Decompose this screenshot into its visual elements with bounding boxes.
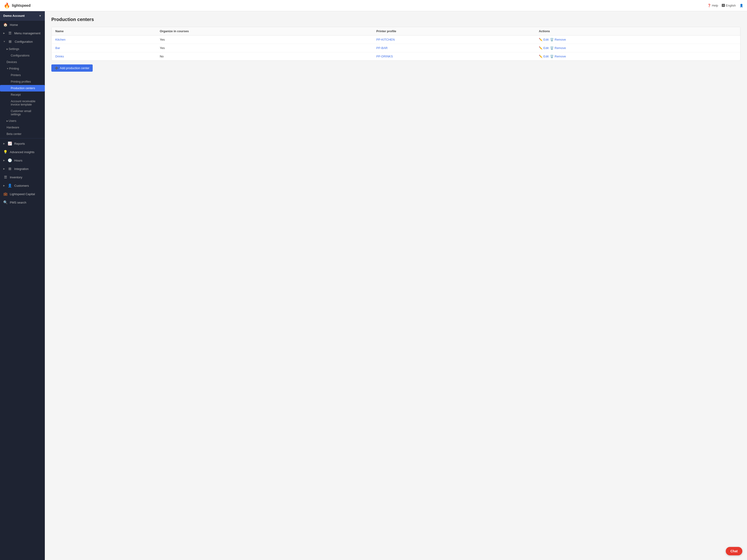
sidebar-item-reports[interactable]: ▶ 📈 Reports xyxy=(0,139,45,148)
insights-icon: 💡 xyxy=(3,150,7,154)
cell-organize: Yes xyxy=(156,35,372,44)
sidebar-item-home[interactable]: 🏠 Home xyxy=(0,21,45,29)
reports-arrow-icon: ▶ xyxy=(3,143,5,145)
account-selector[interactable]: Demo Account ▼ xyxy=(0,11,45,21)
language-button[interactable]: 🅰 English xyxy=(722,4,736,7)
cell-printer: PP-KITCHEN xyxy=(372,35,535,44)
topbar-right: ❓ Help 🅰 English 👤 xyxy=(707,4,743,7)
hours-arrow-icon: ▶ xyxy=(3,159,5,161)
sidebar-item-devices[interactable]: Devices xyxy=(0,59,45,66)
hours-icon: 🕐 xyxy=(8,158,12,162)
plus-icon: ➕ xyxy=(55,66,58,70)
account-name: Demo Account xyxy=(3,14,25,18)
sidebar-item-advanced-insights[interactable]: 💡 Advanced insights xyxy=(0,148,45,156)
edit-button-1[interactable]: ✏️ Edit xyxy=(539,46,548,50)
pms-icon: 🔍 xyxy=(3,200,7,204)
sidebar-item-printing[interactable]: ▼ Printing xyxy=(0,66,45,72)
production-centers-table-container: Name Organize in courses Printer profile… xyxy=(51,27,741,61)
production-centers-table: Name Organize in courses Printer profile… xyxy=(52,27,740,60)
cell-actions: ✏️ Edit🗑️ Remove xyxy=(535,44,740,52)
menu-arrow-icon: ▶ xyxy=(3,32,5,34)
cell-printer: PP-BAR xyxy=(372,44,535,52)
help-button[interactable]: ❓ Help xyxy=(707,4,718,7)
flame-icon: 🔥 xyxy=(4,3,10,9)
cell-name: Drinks xyxy=(52,52,156,61)
customers-icon: 👤 xyxy=(8,183,12,188)
sidebar-item-production-centers[interactable]: Production centers xyxy=(0,85,45,92)
remove-button-0[interactable]: 🗑️ Remove xyxy=(550,38,566,41)
user-button[interactable]: 👤 xyxy=(740,4,743,7)
sidebar-item-printing-profiles[interactable]: Printing profiles xyxy=(0,78,45,85)
sidebar-item-menu-management[interactable]: ▶ ☰ Menu management xyxy=(0,29,45,37)
language-icon: 🅰 xyxy=(722,4,725,7)
topbar: 🔥 lightspeed ❓ Help 🅰 English 👤 xyxy=(0,0,747,11)
integration-icon: ⊞ xyxy=(8,167,12,171)
account-arrow-icon: ▼ xyxy=(39,14,42,18)
col-organize: Organize in courses xyxy=(156,27,372,35)
capital-icon: 💼 xyxy=(3,192,7,196)
sidebar-item-printers[interactable]: Printers xyxy=(0,72,45,78)
row-name-link-1[interactable]: Bar xyxy=(55,46,60,50)
cell-name: Bar xyxy=(52,44,156,52)
edit-button-2[interactable]: ✏️ Edit xyxy=(539,55,548,58)
col-actions: Actions xyxy=(535,27,740,35)
cell-organize: Yes xyxy=(156,44,372,52)
home-icon: 🏠 xyxy=(3,23,7,27)
add-production-center-button[interactable]: ➕ Add production center xyxy=(51,65,93,72)
cell-printer: PP-DRINKS xyxy=(372,52,535,61)
logo-text: lightspeed xyxy=(12,3,31,8)
help-icon: ❓ xyxy=(707,4,711,7)
topbar-logo: 🔥 lightspeed xyxy=(4,3,31,9)
config-arrow-icon: ▼ xyxy=(3,41,5,43)
remove-button-1[interactable]: 🗑️ Remove xyxy=(550,46,566,50)
sidebar-item-hardware[interactable]: Hardware xyxy=(0,124,45,131)
cell-name: Kitchen xyxy=(52,35,156,44)
page-title: Production centers xyxy=(51,17,741,22)
table-row: BarYesPP-BAR✏️ Edit🗑️ Remove xyxy=(52,44,740,52)
reports-icon: 📈 xyxy=(8,142,12,146)
sidebar-item-inventory[interactable]: ☰ Inventory xyxy=(0,173,45,181)
sidebar-item-beta-center[interactable]: Beta center xyxy=(0,131,45,137)
edit-button-0[interactable]: ✏️ Edit xyxy=(539,38,548,41)
table-header-row: Name Organize in courses Printer profile… xyxy=(52,27,740,35)
col-printer: Printer profile xyxy=(372,27,535,35)
sidebar-item-users[interactable]: ▶ Users xyxy=(0,118,45,124)
cell-actions: ✏️ Edit🗑️ Remove xyxy=(535,52,740,61)
sidebar-item-account-receivable[interactable]: Account receivable invoice template xyxy=(0,98,45,108)
remove-button-2[interactable]: 🗑️ Remove xyxy=(550,55,566,58)
customers-arrow-icon: ▶ xyxy=(3,184,5,187)
sidebar-item-settings[interactable]: ▶ Settings xyxy=(0,46,45,52)
printer-link-1[interactable]: PP-BAR xyxy=(376,46,387,50)
row-name-link-2[interactable]: Drinks xyxy=(55,55,64,58)
sidebar-item-configurations[interactable]: Configurations xyxy=(0,52,45,59)
config-icon: ⊞ xyxy=(8,40,12,44)
table-row: KitchenYesPP-KITCHEN✏️ Edit🗑️ Remove xyxy=(52,35,740,44)
sidebar-item-configuration[interactable]: ▼ ⊞ Configuration xyxy=(0,37,45,46)
sidebar-item-customers[interactable]: ▶ 👤 Customers xyxy=(0,181,45,190)
cell-organize: No xyxy=(156,52,372,61)
main-content: Production centers Name Organize in cour… xyxy=(45,11,747,560)
sidebar-item-customer-email[interactable]: Customer email settings xyxy=(0,108,45,118)
users-arrow-icon: ▶ xyxy=(6,120,8,122)
printer-link-2[interactable]: PP-DRINKS xyxy=(376,55,393,58)
inventory-icon: ☰ xyxy=(3,175,7,179)
user-icon: 👤 xyxy=(740,4,743,7)
cell-actions: ✏️ Edit🗑️ Remove xyxy=(535,35,740,44)
sidebar-item-lightspeed-capital[interactable]: 💼 Lightspeed Capital xyxy=(0,190,45,198)
menu-icon: ☰ xyxy=(8,31,12,35)
settings-arrow-icon: ▶ xyxy=(6,48,8,50)
printing-arrow-icon: ▼ xyxy=(6,68,9,70)
integration-arrow-icon: ▶ xyxy=(3,168,5,170)
sidebar-item-receipt[interactable]: Receipt xyxy=(0,92,45,98)
row-name-link-0[interactable]: Kitchen xyxy=(55,38,66,41)
chat-button[interactable]: Chat xyxy=(726,547,742,555)
col-name: Name xyxy=(52,27,156,35)
sidebar-item-integration[interactable]: ▶ ⊞ Integration xyxy=(0,164,45,173)
printer-link-0[interactable]: PP-KITCHEN xyxy=(376,38,395,41)
sidebar-item-pms-search[interactable]: 🔍 PMS search xyxy=(0,198,45,207)
sidebar: Demo Account ▼ 🏠 Home ▶ ☰ Menu managemen… xyxy=(0,11,45,560)
sidebar-item-hours[interactable]: ▶ 🕐 Hours xyxy=(0,156,45,164)
table-row: DrinksNoPP-DRINKS✏️ Edit🗑️ Remove xyxy=(52,52,740,61)
layout: Demo Account ▼ 🏠 Home ▶ ☰ Menu managemen… xyxy=(0,11,747,560)
